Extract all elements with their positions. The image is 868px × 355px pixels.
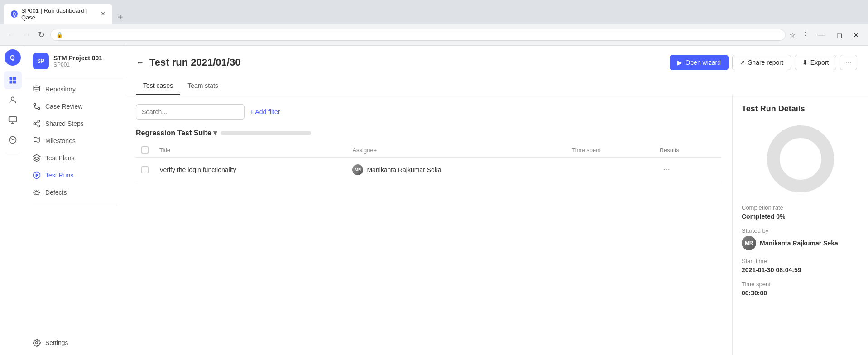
svg-rect-0	[9, 77, 12, 80]
test-cases-table: Title Assignee Time spent Results Verify…	[136, 143, 721, 182]
table-header: Title Assignee Time spent Results	[136, 143, 721, 158]
sidebar-item-shared-steps[interactable]: Shared Steps	[25, 115, 125, 132]
suite-chevron-icon: ▾	[213, 129, 217, 137]
address-bar[interactable]: 🔒 app.qase.io/run/SP001/dashboard/1	[50, 29, 786, 41]
row-more-button[interactable]: ···	[660, 163, 674, 176]
project-header: SP STM Project 001 SP001	[25, 46, 125, 77]
sidebar-item-test-plans[interactable]: Test Plans	[25, 149, 125, 167]
sidebar-item-repository[interactable]: Repository	[25, 81, 125, 98]
share-report-button[interactable]: ↗ Share report	[732, 55, 791, 70]
test-case-title[interactable]: Verify the login functionality	[159, 166, 236, 173]
time-spent-stat: Time spent 00:30:00	[742, 281, 859, 297]
sidebar-item-case-review-label: Case Review	[45, 103, 82, 110]
time-spent-label: Time spent	[742, 281, 859, 288]
sidebar-item-settings[interactable]: Settings	[25, 334, 125, 351]
row-title-cell: Verify the login functionality	[154, 158, 347, 182]
reload-button[interactable]: ↻	[36, 28, 47, 42]
search-wrap	[136, 104, 245, 120]
svg-point-9	[34, 103, 36, 106]
suite-title[interactable]: Regression Test Suite ▾	[136, 129, 217, 137]
suite-title-text: Regression Test Suite	[136, 129, 211, 137]
table-row: Verify the login functionality MR Manika…	[136, 158, 721, 182]
nav-sidebar: SP STM Project 001 SP001 Repository Case…	[25, 46, 125, 355]
assignee-cell: MR Manikanta Rajkumar Seka	[352, 164, 561, 175]
sidebar-item-test-runs[interactable]: Test Runs	[25, 167, 125, 184]
play-circle-icon	[33, 171, 41, 179]
active-tab[interactable]: SP001 | Run dashboard | Qase ×	[4, 4, 112, 24]
project-avatar: SP	[33, 53, 49, 69]
app-logo[interactable]: Q	[5, 49, 21, 66]
search-input[interactable]	[136, 104, 245, 120]
layers-icon	[33, 154, 41, 162]
tab-favicon	[11, 10, 18, 18]
close-button[interactable]: ✕	[849, 29, 863, 41]
add-filter-button[interactable]: + Add filter	[250, 108, 280, 115]
svg-point-19	[773, 132, 828, 186]
project-code: SP001	[53, 62, 102, 68]
table-body: Verify the login functionality MR Manika…	[136, 158, 721, 182]
flag-icon	[33, 137, 41, 145]
back-arrow-button[interactable]: ←	[136, 58, 144, 67]
bookmark-icon[interactable]: ☆	[789, 31, 796, 39]
forward-button[interactable]: →	[21, 29, 33, 42]
export-button[interactable]: ⬇ Export	[795, 55, 836, 70]
tabs-row: Test cases Team stats	[136, 77, 857, 95]
svg-point-17	[35, 191, 38, 195]
svg-rect-2	[9, 81, 12, 84]
browser-menu-button[interactable]: ⋮	[799, 28, 811, 42]
main-header: ← Test run 2021/01/30 ▶ Open wizard ↗ Sh…	[125, 46, 868, 95]
maximize-button[interactable]: ◻	[833, 29, 846, 41]
sidebar-item-case-review[interactable]: Case Review	[25, 98, 125, 115]
monitor-icon	[8, 115, 17, 125]
row-time-spent-cell	[566, 158, 654, 182]
sidebar-item-milestones[interactable]: Milestones	[25, 132, 125, 149]
url-input[interactable]: app.qase.io/run/SP001/dashboard/1	[67, 31, 780, 38]
tab-test-cases[interactable]: Test cases	[136, 77, 180, 95]
icon-sidebar-user[interactable]	[4, 91, 22, 109]
completion-rate-value: Completed 0%	[742, 213, 859, 220]
start-time-label: Start time	[742, 258, 859, 264]
new-tab-button[interactable]: +	[114, 10, 127, 24]
col-results: Results	[654, 143, 721, 158]
tab-team-stats-label: Team stats	[187, 82, 218, 89]
row-checkbox-cell	[136, 158, 154, 182]
suite-progress-bar	[221, 131, 311, 135]
logo-text: Q	[10, 54, 15, 61]
sidebar-item-defects-label: Defects	[45, 189, 67, 196]
assignee-avatar-inner: MR	[352, 164, 363, 175]
minimize-button[interactable]: —	[815, 29, 829, 41]
svg-marker-14	[34, 155, 40, 158]
donut-chart	[764, 123, 837, 195]
sidebar-item-repository-label: Repository	[45, 86, 76, 93]
icon-sidebar-divider	[5, 153, 20, 153]
icon-sidebar-dashboard[interactable]	[4, 71, 22, 89]
project-avatar-text: SP	[37, 58, 44, 64]
row-checkbox[interactable]	[141, 166, 149, 173]
icon-sidebar-chart[interactable]	[4, 131, 22, 149]
nav-divider	[33, 205, 117, 205]
tab-close-button[interactable]: ×	[101, 10, 105, 18]
donut-chart-container	[742, 123, 859, 195]
icon-sidebar-monitor[interactable]	[4, 111, 22, 129]
content-area: + Add filter Regression Test Suite ▾	[125, 95, 868, 355]
sidebar-item-defects[interactable]: Defects	[25, 184, 125, 201]
back-button[interactable]: ←	[5, 29, 17, 42]
settings-icon	[33, 339, 41, 347]
export-icon: ⬇	[802, 59, 808, 66]
right-panel-title: Test Run Details	[742, 104, 859, 114]
share-report-label: Share report	[748, 59, 783, 66]
chart-icon	[8, 135, 17, 144]
icon-sidebar: Q	[0, 46, 25, 355]
filter-row: + Add filter	[136, 104, 721, 120]
header-checkbox[interactable]	[141, 146, 149, 154]
test-cases-panel: + Add filter Regression Test Suite ▾	[125, 95, 732, 355]
more-options-button[interactable]: ···	[840, 55, 857, 70]
right-panel: Test Run Details Completion rate Complet…	[732, 95, 868, 355]
time-spent-value: 00:30:00	[742, 289, 859, 297]
tab-team-stats[interactable]: Team stats	[180, 77, 225, 95]
col-title: Title	[154, 143, 347, 158]
nav-menu: Repository Case Review Shared Steps Mile…	[25, 77, 125, 331]
open-wizard-button[interactable]: ▶ Open wizard	[670, 55, 729, 70]
col-time-spent: Time spent	[566, 143, 654, 158]
database-icon	[33, 85, 41, 93]
